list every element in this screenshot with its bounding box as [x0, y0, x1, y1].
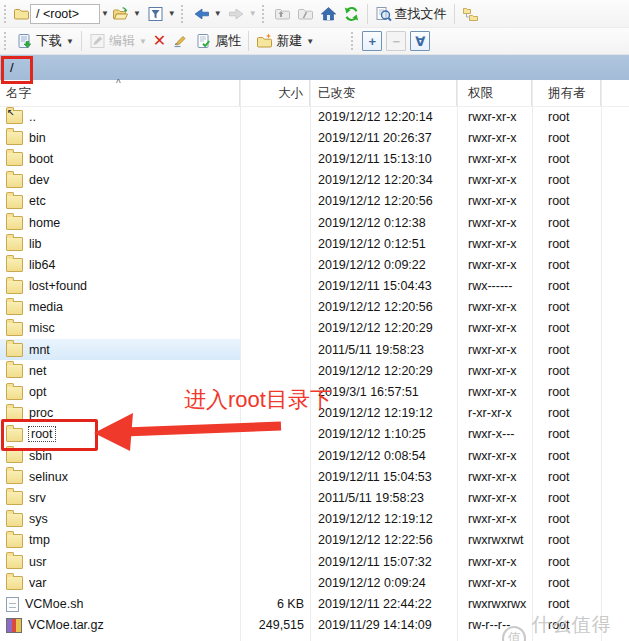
download-button[interactable]: 下载 ▼: [13, 30, 77, 52]
file-changed: 2019/12/11 15:04:43: [310, 279, 457, 293]
file-rights: rwxr-xr-x: [457, 491, 532, 505]
column-header-size[interactable]: 大小: [240, 80, 310, 106]
current-folder-icon: [13, 6, 30, 22]
new-button[interactable]: 新建 ▼: [253, 30, 317, 52]
file-rights: rwxr-xr-x: [457, 300, 532, 314]
forward-button[interactable]: ▼: [225, 4, 260, 24]
file-type-icon: [6, 491, 23, 505]
file-owner: root: [532, 343, 601, 357]
refresh-button[interactable]: [340, 4, 363, 24]
table-row[interactable]: home 2019/12/12 0:12:38 rwxr-xr-x root: [0, 212, 629, 233]
file-owner: root: [532, 491, 601, 505]
home-button[interactable]: [317, 4, 340, 24]
file-rights: rwxr-xr-x: [457, 131, 532, 145]
increase-selection-button[interactable]: +: [362, 31, 382, 51]
toolbar-gripper[interactable]: [4, 5, 9, 23]
file-type-icon: [6, 597, 19, 612]
table-row[interactable]: lib 2019/12/12 0:12:51 rwxr-xr-x root: [0, 233, 629, 254]
file-name: usr: [29, 555, 46, 569]
file-owner: root: [532, 597, 601, 611]
toolbar-gripper[interactable]: [262, 5, 267, 23]
file-owner: root: [532, 258, 601, 272]
edit-button[interactable]: 编辑 ▼: [86, 30, 150, 52]
table-row[interactable]: tmp 2019/12/12 12:22:56 rwxrwxrwt root: [0, 530, 629, 551]
file-name: VCMoe.sh: [25, 597, 83, 611]
file-type-icon: [6, 386, 23, 400]
download-caret-icon[interactable]: ▼: [66, 37, 74, 46]
column-grid-line: [240, 80, 241, 641]
table-row[interactable]: srv 2011/5/11 19:58:23 rwxr-xr-x root: [0, 487, 629, 508]
table-row[interactable]: etc 2019/12/12 12:20:56 rwxr-xr-x root: [0, 191, 629, 212]
column-header-rights[interactable]: 权限: [457, 80, 532, 106]
properties-button[interactable]: 属性: [192, 30, 244, 52]
new-label: 新建: [276, 32, 302, 50]
back-button[interactable]: ▼: [190, 4, 225, 24]
selection-filter-button[interactable]: ∀: [410, 31, 430, 51]
open-directory-button[interactable]: ▼: [109, 4, 144, 24]
file-rights: rwx------: [457, 279, 532, 293]
file-owner: root: [532, 406, 601, 420]
toolbar-gripper[interactable]: [351, 32, 356, 50]
table-row[interactable]: lib64 2019/12/12 0:09:22 rwxr-xr-x root: [0, 254, 629, 275]
table-row[interactable]: media 2019/12/12 12:20:56 rwxr-xr-x root: [0, 297, 629, 318]
watermark-text: 什么值得买: [531, 612, 629, 641]
file-type-icon: [6, 555, 23, 569]
table-row[interactable]: misc 2019/12/12 12:20:29 rwxr-xr-x root: [0, 318, 629, 339]
filter-button[interactable]: ▼: [144, 4, 179, 24]
back-caret-icon[interactable]: ▼: [214, 9, 222, 18]
open-directory-caret-icon[interactable]: ▼: [133, 9, 141, 18]
column-grid-line: [310, 80, 311, 641]
directory-combo-caret-icon[interactable]: ▼: [101, 9, 109, 18]
table-row[interactable]: boot 2019/12/11 15:13:10 rwxr-xr-x root: [0, 148, 629, 169]
filter-icon: [147, 6, 164, 22]
file-owner: root: [532, 512, 601, 526]
file-changed: 2019/12/12 0:09:24: [310, 576, 457, 590]
edit-label: 编辑: [109, 32, 135, 50]
toolbar-gripper[interactable]: [4, 32, 9, 50]
file-type-icon: [6, 470, 23, 484]
table-row[interactable]: selinux 2019/12/11 15:04:53 rwxr-xr-x ro…: [0, 466, 629, 487]
table-row[interactable]: .. 2019/12/12 12:20:14 rwxr-xr-x root: [0, 106, 629, 127]
file-type-icon: [6, 513, 23, 527]
table-row[interactable]: bin 2019/12/11 20:26:37 rwxr-xr-x root: [0, 127, 629, 148]
decrease-selection-button[interactable]: −: [386, 31, 406, 51]
file-rights: rwxr-xr-x: [457, 512, 532, 526]
table-row[interactable]: sys 2019/12/12 12:19:12 rwxr-xr-x root: [0, 509, 629, 530]
sort-ascending-icon: ^: [116, 78, 121, 89]
synchronize-browsing-button[interactable]: [459, 4, 482, 24]
file-owner: root: [532, 173, 601, 187]
directory-combo[interactable]: / <root>: [30, 4, 100, 24]
panel-path-bar[interactable]: /: [0, 54, 629, 80]
file-rights: rwxr-xr-x: [457, 449, 532, 463]
file-type-icon: [6, 280, 23, 294]
table-row[interactable]: net 2019/12/12 12:20:29 rwxr-xr-x root: [0, 360, 629, 381]
file-type-icon: [6, 534, 23, 548]
file-changed: 2019/12/11 15:07:32: [310, 555, 457, 569]
table-row[interactable]: var 2019/12/12 0:09:24 rwxr-xr-x root: [0, 572, 629, 593]
toolbar-gripper[interactable]: [181, 5, 186, 23]
file-size: 249,515: [240, 618, 310, 632]
forward-caret-icon[interactable]: ▼: [249, 9, 257, 18]
table-row[interactable]: usr 2019/12/11 15:07:32 rwxr-xr-x root: [0, 551, 629, 572]
file-changed: 2019/12/12 12:19:12: [310, 512, 457, 526]
root-directory-button[interactable]: [294, 4, 317, 24]
column-header-changed[interactable]: 已改变: [310, 80, 457, 106]
parent-directory-button[interactable]: [271, 4, 294, 24]
column-header-owner[interactable]: 拥有者: [532, 80, 601, 106]
file-owner: root: [532, 321, 601, 335]
table-row[interactable]: lost+found 2019/12/11 15:04:43 rwx------…: [0, 276, 629, 297]
find-files-button[interactable]: 查找文件: [372, 3, 450, 25]
new-caret-icon[interactable]: ▼: [306, 37, 314, 46]
filter-caret-icon[interactable]: ▼: [168, 9, 176, 18]
column-grid-line: [457, 80, 458, 641]
find-files-label: 查找文件: [395, 5, 447, 23]
file-rights: rwxr-xr-x: [457, 258, 532, 272]
delete-button[interactable]: ✕: [150, 31, 169, 51]
table-row[interactable]: mnt 2011/5/11 19:58:23 rwxr-xr-x root: [0, 339, 629, 360]
file-rights: rwxr-x---: [457, 427, 532, 441]
edit-caret-icon[interactable]: ▼: [139, 37, 147, 46]
file-type-icon: [6, 258, 23, 272]
rename-button[interactable]: [169, 31, 192, 51]
table-row[interactable]: dev 2019/12/12 12:20:34 rwxr-xr-x root: [0, 170, 629, 191]
file-rights: rwxr-xr-x: [457, 385, 532, 399]
